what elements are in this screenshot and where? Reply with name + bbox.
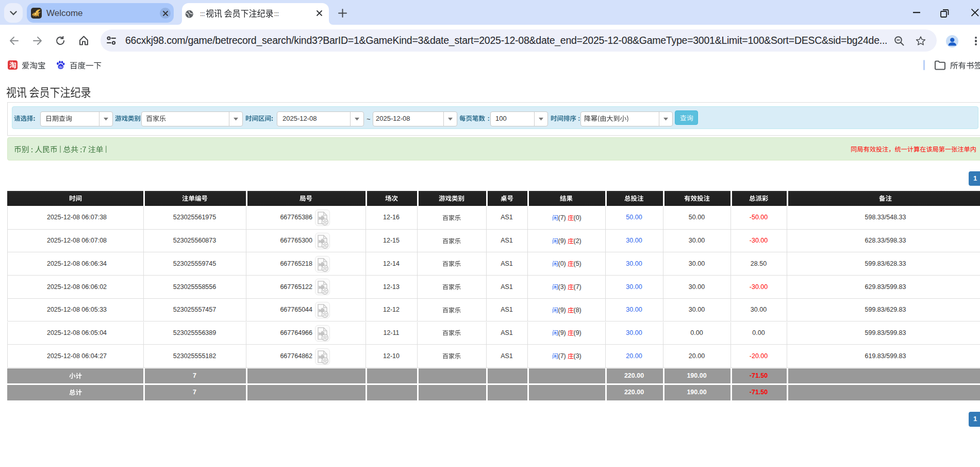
svg-text:du: du [59,65,63,69]
